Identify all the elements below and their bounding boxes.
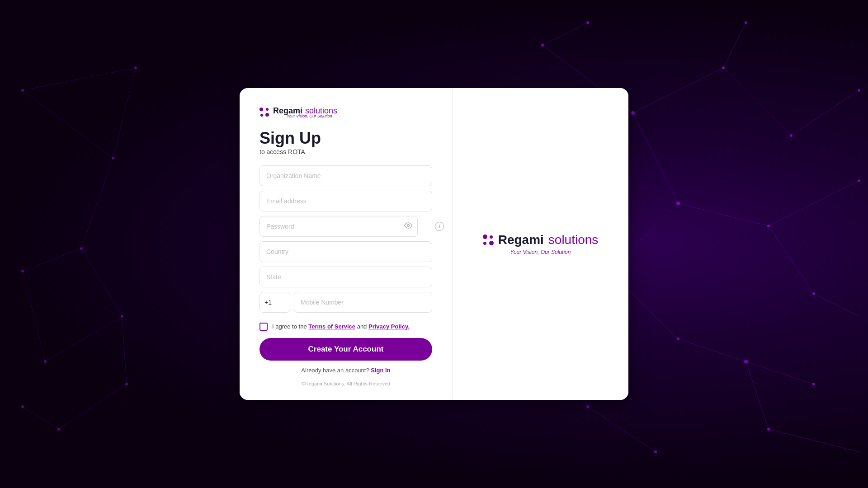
svg-line-0 [23, 90, 113, 158]
form-footer: ©Regami Solutions. All Rights Reserved [259, 381, 432, 386]
svg-line-25 [633, 113, 678, 203]
signin-link[interactable]: Sign In [371, 367, 390, 374]
svg-line-33 [678, 339, 746, 361]
dot-2 [266, 108, 269, 111]
svg-line-34 [746, 361, 814, 384]
svg-line-4 [23, 68, 136, 90]
svg-point-53 [744, 360, 748, 363]
privacy-policy-link[interactable]: Privacy Policy. [368, 323, 410, 330]
svg-point-44 [790, 134, 793, 137]
form-panel: Regami solutions Your Vision, Our Soluti… [240, 88, 452, 400]
svg-point-12 [112, 157, 114, 160]
svg-point-14 [21, 270, 24, 272]
dot-1 [259, 108, 263, 111]
password-wrapper [259, 216, 418, 237]
svg-point-18 [125, 383, 128, 385]
svg-point-57 [654, 450, 657, 453]
svg-point-15 [134, 66, 137, 69]
right-tagline: Your Vision, Our Solution [510, 249, 571, 255]
dot-3 [260, 114, 263, 117]
r-dot-4 [489, 241, 494, 245]
state-input[interactable] [259, 267, 432, 287]
svg-point-52 [677, 338, 679, 340]
r-dot-1 [483, 235, 487, 239]
svg-point-17 [44, 360, 47, 363]
svg-line-39 [723, 23, 746, 68]
phone-row [259, 292, 432, 313]
signup-card: Regami solutions Your Vision, Our Soluti… [240, 88, 628, 400]
svg-line-1 [81, 158, 113, 249]
org-name-group [259, 165, 432, 186]
svg-line-40 [542, 23, 588, 45]
state-group [259, 267, 432, 287]
svg-line-22 [633, 68, 723, 113]
svg-line-24 [791, 90, 859, 136]
create-account-button[interactable]: Create Your Account [259, 338, 432, 361]
svg-point-46 [676, 202, 680, 205]
terms-of-service-link[interactable]: Terms of Service [308, 323, 355, 330]
svg-point-56 [586, 405, 589, 408]
dot-4 [265, 113, 269, 117]
email-group [259, 191, 432, 211]
svg-line-28 [769, 226, 814, 294]
form-title: Sign Up [259, 129, 432, 147]
right-brand-suffix: solutions [548, 233, 599, 247]
svg-point-41 [541, 44, 544, 47]
svg-line-27 [769, 181, 859, 226]
r-dot-2 [490, 235, 493, 239]
svg-line-6 [45, 316, 122, 361]
svg-point-59 [586, 21, 589, 24]
svg-line-29 [814, 294, 859, 316]
and-text: and [355, 323, 368, 330]
svg-point-16 [121, 315, 123, 318]
country-input[interactable] [259, 241, 432, 262]
svg-point-43 [722, 66, 725, 69]
right-logo-row: Regami solutions [483, 233, 599, 247]
svg-point-20 [21, 405, 24, 408]
logo-dots-icon [259, 108, 269, 117]
svg-point-55 [767, 428, 770, 431]
svg-point-54 [812, 383, 815, 385]
logo-tagline: Your Vision, Our Solution [287, 114, 337, 118]
right-brand-name: Regami [498, 233, 544, 247]
country-group [259, 241, 432, 262]
email-input[interactable] [259, 191, 432, 211]
password-info-icon[interactable]: i [435, 222, 444, 231]
svg-point-47 [767, 225, 770, 227]
terms-checkbox-row: I agree to the Terms of Service and Priv… [259, 323, 432, 331]
svg-point-48 [858, 179, 860, 182]
mobile-number-input[interactable] [294, 292, 432, 313]
password-group: i [259, 216, 432, 237]
country-code-input[interactable] [259, 292, 290, 313]
org-name-input[interactable] [259, 165, 432, 186]
svg-line-10 [23, 407, 59, 429]
svg-line-23 [723, 68, 791, 136]
svg-line-3 [113, 68, 136, 158]
svg-line-7 [23, 271, 45, 361]
svg-point-58 [745, 21, 747, 24]
checkbox-prefix: I agree to the [272, 323, 308, 330]
logo-area: Regami solutions Your Vision, Our Soluti… [259, 106, 432, 118]
svg-line-36 [769, 429, 859, 452]
svg-point-42 [631, 111, 635, 115]
right-logo-area: Regami solutions Your Vision, Our Soluti… [483, 233, 599, 255]
signin-prompt: Already have an account? [301, 367, 369, 374]
toggle-password-icon[interactable] [404, 221, 412, 231]
brand-panel: Regami solutions Your Vision, Our Soluti… [452, 88, 628, 400]
terms-label: I agree to the Terms of Service and Priv… [272, 323, 410, 330]
svg-line-2 [23, 249, 81, 271]
svg-line-5 [81, 249, 122, 316]
svg-point-45 [858, 89, 860, 92]
svg-line-8 [122, 316, 127, 384]
r-dot-3 [483, 242, 486, 245]
svg-point-19 [57, 428, 60, 431]
svg-point-11 [21, 89, 24, 92]
form-subtitle: to access ROTA [259, 148, 432, 155]
signin-row: Already have an account? Sign In [259, 367, 432, 374]
terms-checkbox[interactable] [259, 323, 268, 331]
svg-point-60 [407, 225, 410, 227]
logo-text-wrapper: Regami solutions Your Vision, Our Soluti… [273, 106, 337, 118]
svg-point-13 [80, 247, 83, 250]
svg-line-9 [59, 384, 127, 429]
password-input[interactable] [259, 216, 418, 237]
